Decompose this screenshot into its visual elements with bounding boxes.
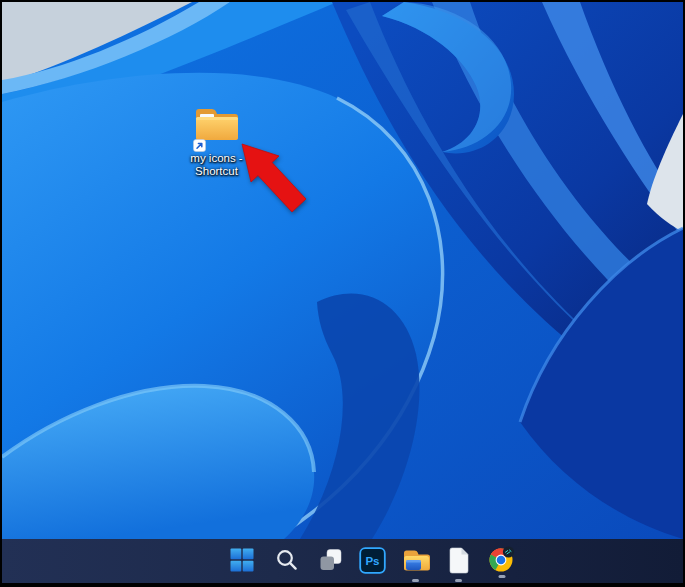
task-view-icon	[319, 548, 343, 572]
document-icon	[447, 547, 471, 574]
taskbar-chrome-button[interactable]	[482, 541, 522, 579]
running-indicator	[412, 579, 419, 582]
red-arrow-annotation-icon	[234, 134, 316, 222]
screen: my icons - Shortcut	[2, 2, 683, 583]
wallpaper-bloom	[2, 2, 683, 539]
folder-icon	[403, 548, 430, 572]
taskbar: Ps	[2, 539, 683, 583]
taskbar-file-explorer-button[interactable]	[396, 541, 436, 579]
shortcut-arrow-badge-icon	[193, 139, 206, 152]
taskbar-search-button[interactable]	[267, 541, 307, 579]
photoshop-icon: Ps	[359, 547, 386, 574]
windows-logo-icon	[230, 548, 254, 572]
desktop[interactable]: my icons - Shortcut	[2, 2, 683, 539]
photoshop-ps-label: Ps	[365, 555, 379, 567]
taskbar-start-button[interactable]	[222, 541, 262, 579]
taskbar-photoshop-button[interactable]: Ps	[352, 541, 392, 579]
search-icon	[275, 548, 299, 572]
chrome-badge	[503, 546, 514, 557]
chrome-icon	[488, 546, 516, 574]
taskbar-task-view-button[interactable]	[311, 541, 351, 579]
screenshot-frame: my icons - Shortcut	[0, 0, 685, 587]
running-indicator	[499, 575, 506, 578]
folder-shortcut-icon	[194, 106, 240, 148]
running-indicator	[455, 579, 462, 582]
taskbar-document-button[interactable]	[439, 541, 479, 579]
